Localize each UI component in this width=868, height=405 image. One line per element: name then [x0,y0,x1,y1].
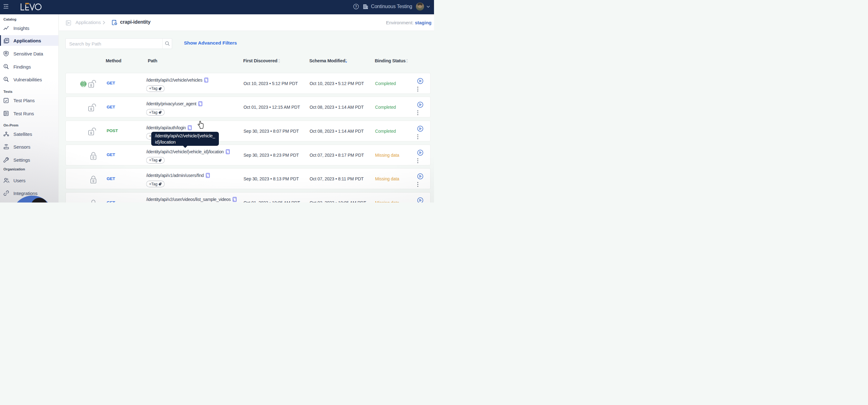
svg-text:?: ? [355,5,357,8]
svg-text:P: P [5,52,6,54]
